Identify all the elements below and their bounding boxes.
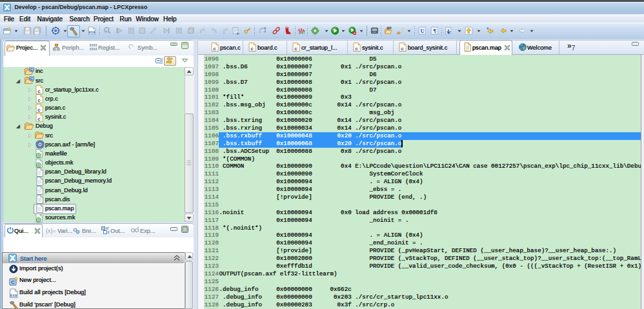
svg-text:C: C [11,280,15,286]
svg-text:c: c [294,46,297,52]
svg-text:c: c [37,115,41,121]
svg-text:c: c [250,46,254,52]
svg-text:c: c [37,106,41,112]
svg-text:c: c [37,88,41,94]
svg-text:010: 010 [10,294,17,298]
svg-text:010: 010 [89,30,96,35]
svg-text:c: c [213,46,216,52]
svg-text:¶: ¶ [433,28,436,34]
svg-text:c: c [401,46,404,52]
svg-text:C: C [30,67,34,72]
svg-text:U: U [420,28,425,34]
svg-text:C: C [30,76,34,81]
svg-text:c: c [37,97,41,103]
svg-text:c: c [355,46,358,52]
